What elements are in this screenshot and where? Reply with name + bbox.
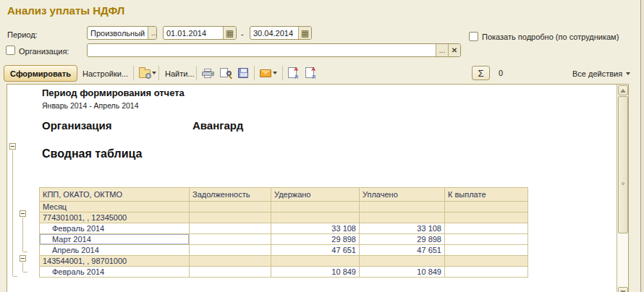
- summary-table: КПП, ОКАТО, ОКТМО Задолженность Удержано…: [39, 187, 528, 278]
- tree-line: [22, 262, 23, 272]
- table-cell[interactable]: 29 898: [360, 234, 445, 245]
- org-input[interactable]: ... ✕: [87, 43, 461, 57]
- table-cell[interactable]: [360, 202, 445, 212]
- table-cell[interactable]: [360, 256, 445, 267]
- doc-cells-button[interactable]: AЯ: [304, 65, 315, 80]
- report-variants-button[interactable]: [137, 66, 158, 80]
- table-cell[interactable]: [190, 202, 271, 212]
- date-separator: -: [241, 30, 244, 38]
- month-cell[interactable]: Февраль 2014: [40, 223, 190, 234]
- table-cell[interactable]: [190, 256, 271, 267]
- table-cell[interactable]: [190, 267, 271, 278]
- settings-button[interactable]: Настройки...: [80, 66, 131, 81]
- date-to-field[interactable]: 30.04.2014 ▦: [250, 26, 312, 40]
- period-type-browse-button[interactable]: ...: [148, 27, 157, 39]
- tree-line: [23, 272, 27, 272]
- table-cell[interactable]: [271, 212, 360, 223]
- document-a-icon: AЯ: [288, 67, 297, 78]
- preview-icon: [220, 68, 232, 78]
- folder-gear-icon: [139, 69, 151, 78]
- arrow-up-icon: [620, 89, 626, 93]
- table-cell[interactable]: 29 898: [271, 234, 360, 245]
- envelope-icon: [260, 69, 271, 77]
- doc-headers-button[interactable]: AЯ: [287, 65, 298, 80]
- send-mail-button[interactable]: [258, 66, 279, 80]
- table-cell[interactable]: 10 849: [271, 267, 360, 278]
- print-button[interactable]: [200, 66, 216, 80]
- toolbar-separator: [158, 66, 159, 80]
- column-header[interactable]: КПП, ОКАТО, ОКТМО: [40, 188, 190, 202]
- table-row: Февраль 2014 33 108 33 108: [40, 223, 528, 234]
- find-button[interactable]: Найти...: [162, 66, 198, 81]
- table-cell[interactable]: [360, 212, 445, 223]
- month-cell-selected[interactable]: Март 2014: [40, 234, 190, 245]
- table-cell[interactable]: 47 651: [271, 245, 360, 256]
- printer-icon: [202, 69, 214, 78]
- table-cell[interactable]: [445, 212, 528, 223]
- period-type-combo[interactable]: Произвольный ...: [87, 26, 157, 40]
- month-cell[interactable]: Февраль 2014: [40, 267, 190, 278]
- toolbar-separator: [133, 66, 134, 80]
- autosum-button[interactable]: Σ: [472, 66, 490, 80]
- calendar-icon[interactable]: ▦: [223, 27, 236, 39]
- column-header[interactable]: К выплате: [445, 188, 528, 202]
- toolbar-separator: [254, 66, 255, 80]
- table-cell[interactable]: 33 108: [360, 223, 445, 234]
- date-from-field[interactable]: 01.01.2014 ▦: [163, 26, 237, 40]
- table-cell[interactable]: [190, 234, 271, 245]
- table-cell[interactable]: 33 108: [271, 223, 360, 234]
- month-cell[interactable]: Апрель 2014: [40, 245, 190, 256]
- table-cell[interactable]: [190, 245, 271, 256]
- group-cell[interactable]: 143544001, , 98701000: [40, 256, 190, 267]
- generate-button[interactable]: Сформировать: [4, 65, 77, 82]
- period-type-value: Произвольный: [88, 29, 148, 38]
- table-cell[interactable]: [271, 256, 360, 267]
- toolbar-separator: [196, 66, 197, 80]
- tree-line: [13, 276, 17, 277]
- chevron-down-icon: [273, 72, 277, 74]
- document-a2-icon: AЯ: [305, 67, 314, 78]
- vertical-scrollbar[interactable]: [617, 85, 628, 292]
- group-cell[interactable]: 774301001, , 12345000: [40, 212, 190, 223]
- table-cell[interactable]: [271, 202, 360, 212]
- table-cell[interactable]: [445, 245, 528, 256]
- table-header-row: КПП, ОКАТО, ОКТМО Задолженность Удержано…: [40, 188, 528, 202]
- org-checkbox[interactable]: [6, 46, 15, 55]
- calendar-icon[interactable]: ▦: [298, 27, 311, 39]
- scroll-up-button[interactable]: [618, 85, 628, 95]
- report-period-header: Период формирования отчета: [42, 87, 185, 98]
- report-summary-title: Сводная таблица: [42, 147, 142, 160]
- table-cell[interactable]: [445, 267, 528, 278]
- table-cell[interactable]: [445, 202, 528, 212]
- column-header[interactable]: Задолженность: [190, 188, 271, 202]
- table-cell[interactable]: [190, 223, 271, 234]
- table-cell[interactable]: 47 651: [360, 245, 445, 256]
- tree-expander[interactable]: [9, 143, 16, 150]
- table-cell[interactable]: [445, 223, 528, 234]
- org-browse-button[interactable]: ...: [436, 44, 448, 56]
- org-clear-button[interactable]: ✕: [448, 44, 460, 56]
- table-cell[interactable]: [445, 256, 528, 267]
- scroll-down-button[interactable]: [618, 287, 628, 292]
- column-header[interactable]: Уплачено: [360, 188, 445, 202]
- table-row: Февраль 2014 10 849 10 849: [40, 267, 528, 278]
- save-button[interactable]: [237, 66, 250, 80]
- table-subheader-row: Месяц: [40, 202, 528, 212]
- table-cell[interactable]: [445, 234, 528, 245]
- tree-expander[interactable]: [20, 210, 26, 217]
- floppy-save-icon: [238, 68, 248, 78]
- table-row: Апрель 2014 47 651 47 651: [40, 245, 528, 256]
- tree-expander[interactable]: [20, 255, 26, 262]
- scrollbar-thumb[interactable]: [618, 96, 628, 233]
- period-label: Период:: [7, 30, 38, 39]
- subheader-cell[interactable]: Месяц: [40, 202, 190, 212]
- all-actions-button[interactable]: Все действия: [569, 66, 633, 81]
- print-preview-button[interactable]: [219, 66, 233, 80]
- table-cell[interactable]: 10 849: [360, 267, 445, 278]
- report-org-name: Авангард: [192, 119, 243, 132]
- table-cell[interactable]: [190, 212, 271, 223]
- show-detail-label: Показать подробно (по сотрудникам): [482, 33, 619, 41]
- table-group-row: 774301001, , 12345000: [40, 212, 528, 223]
- show-detail-checkbox[interactable]: [469, 32, 478, 41]
- column-header[interactable]: Удержано: [271, 188, 360, 202]
